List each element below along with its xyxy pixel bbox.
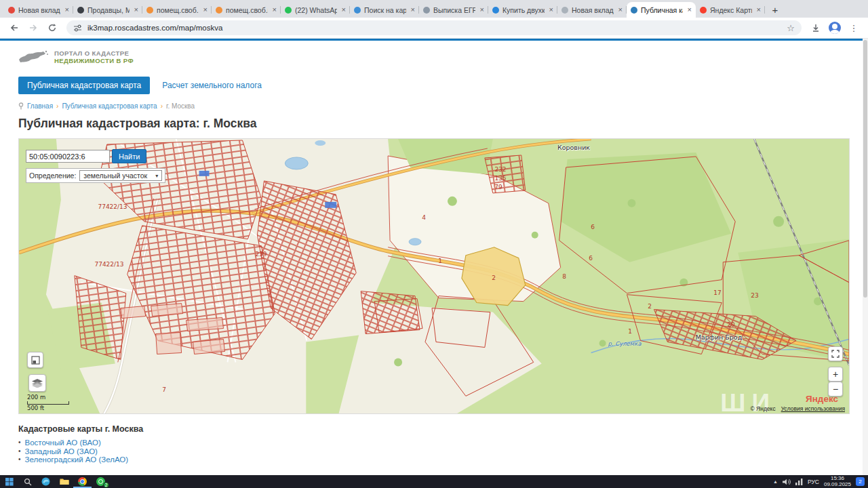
browser-tab[interactable]: (22) WhatsApp× — [281, 2, 350, 18]
scale-meters: 200 m — [27, 394, 69, 401]
tab-close-icon[interactable]: × — [133, 6, 138, 14]
url-text: ik3map.roscadastres.com/map/moskva — [87, 24, 781, 32]
filter-label: Определение: — [29, 171, 76, 180]
object-type-select[interactable]: земельный участок ▾ — [79, 170, 162, 181]
tab-title: Купить двухко... — [502, 6, 545, 14]
browser-tab[interactable]: помещ.своб.н...× — [212, 2, 281, 18]
tab-close-icon[interactable]: × — [202, 6, 208, 14]
tab-close-icon[interactable]: × — [479, 6, 484, 14]
scrollbar-thumb[interactable] — [863, 40, 867, 298]
district-link[interactable]: Зеленоградский АО (ЗелАО) — [25, 455, 129, 464]
tab-favicon-icon — [561, 7, 568, 14]
network-icon[interactable] — [795, 479, 803, 485]
browser-tab[interactable]: Новая вкладка× — [557, 2, 627, 18]
site-header: ПОРТАЛ О КАДАСТРЕ НЕДВИЖИМОСТИ В РФ — [18, 47, 868, 66]
browser-tab[interactable]: Публичная ка...× — [627, 2, 696, 18]
tab-strip-tabs: Новая вкладка×Продавцы, М...×помещ.своб.… — [4, 0, 765, 18]
browser-tab[interactable]: Яндекс Карты× — [696, 2, 765, 18]
fullscreen-button[interactable] — [828, 346, 843, 361]
breadcrumb-link[interactable]: Публичная кадастровая карта — [62, 102, 157, 110]
taskbar-search-button[interactable] — [18, 475, 37, 488]
breadcrumb-separator-icon: › — [56, 102, 58, 110]
districts-heading: Кадастровые карты г. Москва — [18, 424, 868, 434]
layers-button[interactable] — [28, 374, 46, 392]
site-settings-icon — [73, 24, 82, 33]
tab-favicon-icon — [77, 7, 84, 14]
new-tab-button[interactable]: + — [768, 2, 783, 17]
tab-title: Новая вкладка — [18, 6, 60, 14]
browser-tab[interactable]: Продавцы, М...× — [73, 2, 142, 18]
tab-favicon-icon — [423, 7, 430, 14]
tab-title: (22) WhatsApp — [295, 6, 337, 14]
tab-close-icon[interactable]: × — [686, 6, 692, 14]
zoom-in-button[interactable]: + — [828, 367, 843, 382]
browser-menu-button[interactable]: ⋮ — [845, 19, 863, 37]
browser-tab[interactable]: Купить двухко...× — [488, 2, 557, 18]
cadastral-search-input[interactable] — [26, 150, 110, 163]
tab-close-icon[interactable]: × — [271, 6, 277, 14]
tab-close-icon[interactable]: × — [617, 6, 623, 14]
layers-icon — [32, 379, 43, 388]
tray-expand-icon[interactable]: ▲ — [773, 479, 778, 484]
terms-link[interactable]: Условия использования — [781, 405, 845, 412]
tab-close-icon[interactable]: × — [755, 6, 761, 14]
search-button[interactable]: Найти — [112, 149, 146, 163]
breadcrumb-items: Главная›Публичная кадастровая карта›г. М… — [27, 102, 195, 110]
avatar — [829, 22, 841, 34]
districts-section: Кадастровые карты г. Москва •Восточный А… — [18, 424, 868, 464]
tab-favicon-icon — [354, 7, 361, 14]
tab-land-tax[interactable]: Расчет земельного налога — [162, 81, 262, 90]
address-bar[interactable]: ik3map.roscadastres.com/map/moskva ☆ — [66, 20, 802, 35]
tab-close-icon[interactable]: × — [340, 6, 346, 14]
district-links: •Восточный АО (ВАО)•Западный АО (ЗАО)•Зе… — [18, 439, 868, 464]
tab-public-map[interactable]: Публичная кадастровая карта — [18, 77, 150, 94]
start-button[interactable] — [0, 475, 18, 488]
reload-button[interactable] — [43, 19, 61, 37]
tab-favicon-icon — [146, 7, 153, 14]
bullet-icon: • — [18, 439, 21, 447]
taskbar-explorer-button[interactable] — [55, 475, 73, 488]
tab-close-icon[interactable]: × — [64, 6, 69, 14]
cadastral-map: 77422/1377422/13239232135794128662117232… — [18, 138, 850, 414]
browser-tab[interactable]: помещ.своб...× — [142, 2, 212, 18]
browser-tab[interactable]: Поиск на карт...× — [350, 2, 419, 18]
logo-line-1: ПОРТАЛ О КАДАСТРЕ — [54, 49, 134, 57]
breadcrumb-link[interactable]: Главная — [27, 102, 53, 110]
taskbar-apps: 2 — [0, 475, 110, 488]
tab-title: Выписка ЕГРН — [433, 6, 475, 14]
back-icon — [9, 23, 19, 33]
speaker-icon[interactable] — [783, 479, 791, 485]
bookmark-star-icon[interactable]: ☆ — [787, 24, 795, 33]
measure-area-button[interactable] — [27, 352, 43, 368]
browser-tab-strip: Новая вкладка×Продавцы, М...×помещ.своб.… — [0, 0, 868, 18]
taskbar-whatsapp-button[interactable]: 2 — [92, 475, 110, 488]
tab-title: Публичная ка... — [641, 6, 683, 14]
forward-button[interactable] — [24, 19, 42, 37]
bullet-icon: • — [18, 447, 21, 456]
forward-icon — [28, 23, 38, 33]
district-link[interactable]: Западный АО (ЗАО) — [25, 447, 98, 456]
language-indicator[interactable]: РУС — [808, 479, 819, 485]
windows-logo-icon — [5, 478, 14, 486]
tab-favicon-icon — [8, 7, 15, 14]
tab-title: помещ.своб... — [157, 6, 199, 14]
desktop-screen: Новая вкладка×Продавцы, М...×помещ.своб.… — [0, 0, 868, 488]
whatsapp-badge: 2 — [103, 482, 109, 488]
russia-map-logo-icon — [18, 47, 48, 66]
back-button[interactable] — [5, 19, 23, 37]
browser-tab[interactable]: Новая вкладка× — [4, 2, 73, 18]
tab-close-icon[interactable]: × — [410, 6, 415, 14]
taskbar-chrome-button[interactable] — [73, 475, 92, 488]
download-button[interactable] — [807, 19, 825, 37]
taskbar-clock[interactable]: 15:36 09.09.2025 — [824, 476, 851, 487]
tab-close-icon[interactable]: × — [548, 6, 553, 14]
page-scrollbar[interactable] — [863, 39, 868, 475]
district-link[interactable]: Восточный АО (ВАО) — [25, 439, 101, 447]
notification-badge[interactable]: 2 — [856, 477, 865, 486]
browser-tab[interactable]: Выписка ЕГРН× — [419, 2, 488, 18]
district-list-item: •Зеленоградский АО (ЗелАО) — [18, 455, 868, 464]
tab-favicon-icon — [285, 7, 292, 14]
taskbar-edge-button[interactable] — [37, 475, 55, 488]
profile-button[interactable] — [826, 19, 844, 37]
site-logo-text: ПОРТАЛ О КАДАСТРЕ НЕДВИЖИМОСТИ В РФ — [54, 49, 134, 64]
